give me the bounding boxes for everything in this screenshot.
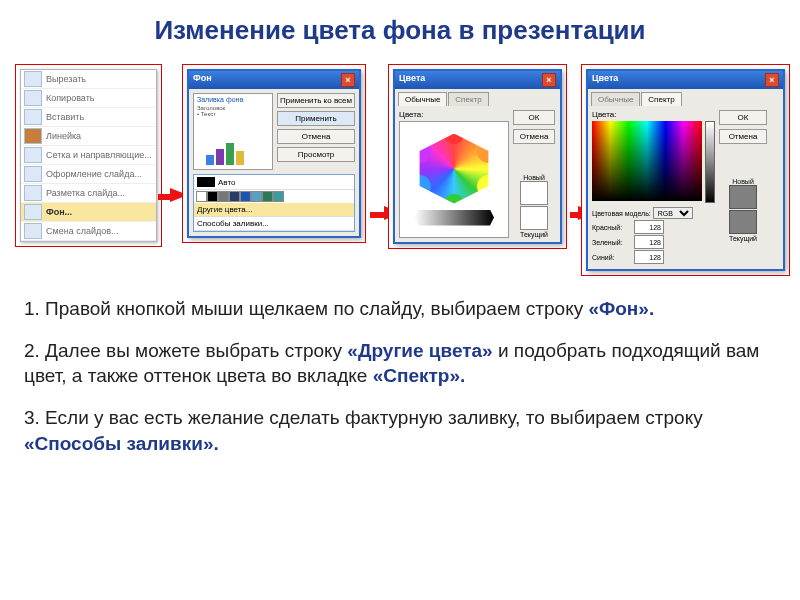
model-label: Цветовая модель:: [592, 210, 651, 217]
close-icon[interactable]: ×: [542, 73, 556, 87]
colors-titlebar: Цвета ×: [395, 71, 560, 89]
panel-colors-spectrum: Цвета × Обычные Спектр Цвета: Цветовая м…: [581, 64, 790, 276]
hexagon-icon: [414, 134, 494, 204]
instructions: 1. Правой кнопкой мыши щелкаем по слайду…: [0, 276, 800, 456]
ctx-copy[interactable]: Копировать: [21, 89, 156, 108]
dd-other-colors[interactable]: Другие цвета...: [194, 203, 354, 217]
colors-dialog-standard: Цвета × Обычные Спектр Цвета: ОК Отмена: [393, 69, 562, 244]
tab-spectrum[interactable]: Спектр: [448, 92, 488, 106]
grayscale-bar: [414, 210, 494, 226]
tab-standard[interactable]: Обычные: [398, 92, 447, 106]
fon-dialog: Фон × Заливка фона Заголовок • Текст: [187, 69, 361, 238]
apply-all-button[interactable]: Применить ко всем: [277, 93, 355, 108]
ctx-paste[interactable]: Вставить: [21, 108, 156, 127]
color-compare: Новый Текущий: [719, 178, 767, 242]
blue-input[interactable]: [634, 250, 664, 264]
tab-standard[interactable]: Обычные: [591, 92, 640, 106]
arrow-stem-1: [158, 194, 170, 200]
colors-label: Цвета:: [399, 110, 509, 119]
ok-button[interactable]: ОК: [513, 110, 555, 125]
step-2: 2. Далее вы можете выбрать строку «Други…: [24, 338, 776, 389]
cancel-button[interactable]: Отмена: [277, 129, 355, 144]
tab-spectrum[interactable]: Спектр: [641, 92, 681, 106]
cancel-button[interactable]: Отмена: [513, 129, 555, 144]
color-dropdown[interactable]: Авто Другие цвета... Способы заливки...: [193, 174, 355, 232]
luminosity-slider[interactable]: [705, 121, 715, 203]
dd-fill-methods[interactable]: Способы заливки...: [194, 217, 354, 231]
arrow-stem-3: [570, 212, 578, 218]
red-input[interactable]: [634, 220, 664, 234]
arrow-stem-2: [370, 212, 384, 218]
ok-button[interactable]: ОК: [719, 110, 767, 125]
panel-fon-dialog: Фон × Заливка фона Заголовок • Текст: [182, 64, 366, 243]
panel-context-menu: Вырезать Копировать Вставить Линейка Сет…: [15, 64, 162, 247]
dd-swatches[interactable]: [194, 190, 354, 203]
ctx-background[interactable]: Фон...: [21, 203, 156, 222]
colors-dialog-spectrum: Цвета × Обычные Спектр Цвета: Цветовая м…: [586, 69, 785, 271]
preview-button[interactable]: Просмотр: [277, 147, 355, 162]
panel-colors-standard: Цвета × Обычные Спектр Цвета: ОК Отмена: [388, 64, 567, 249]
dd-auto[interactable]: Авто: [194, 175, 354, 190]
apply-button[interactable]: Применить: [277, 111, 355, 126]
ctx-cut[interactable]: Вырезать: [21, 70, 156, 89]
hex-color-picker[interactable]: [399, 121, 509, 238]
page-title: Изменение цвета фона в презентации: [0, 15, 800, 46]
ctx-transition[interactable]: Смена слайдов...: [21, 222, 156, 241]
color-model-select[interactable]: RGB: [653, 207, 693, 219]
spectrum-picker[interactable]: [592, 121, 702, 201]
step-1: 1. Правой кнопкой мыши щелкаем по слайду…: [24, 296, 776, 322]
ctx-layout[interactable]: Разметка слайда...: [21, 184, 156, 203]
context-menu: Вырезать Копировать Вставить Линейка Сет…: [20, 69, 157, 242]
color-compare: Новый Текущий: [513, 174, 555, 238]
close-icon[interactable]: ×: [341, 73, 355, 87]
ctx-ruler[interactable]: Линейка: [21, 127, 156, 146]
ctx-design[interactable]: Оформление слайда...: [21, 165, 156, 184]
green-input[interactable]: [634, 235, 664, 249]
step-3: 3. Если у вас есть желание сделать факту…: [24, 405, 776, 456]
chart-icon: [206, 143, 244, 165]
fon-preview: Заливка фона Заголовок • Текст: [193, 93, 273, 170]
rgb-fields: Цветовая модель: RGB Красный: Зеленый: С…: [592, 207, 715, 265]
fon-titlebar: Фон ×: [189, 71, 359, 89]
cancel-button[interactable]: Отмена: [719, 129, 767, 144]
colors-label: Цвета:: [592, 110, 715, 119]
colors-titlebar: Цвета ×: [588, 71, 783, 89]
panels-row: Вырезать Копировать Вставить Линейка Сет…: [0, 64, 800, 276]
close-icon[interactable]: ×: [765, 73, 779, 87]
ctx-grid[interactable]: Сетка и направляющие...: [21, 146, 156, 165]
